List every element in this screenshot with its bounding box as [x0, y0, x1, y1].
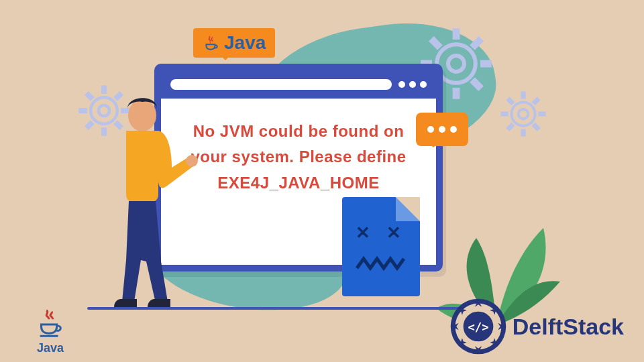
java-badge: Java	[193, 28, 275, 58]
svg-line-17	[472, 80, 481, 88]
svg-line-28	[508, 124, 513, 129]
delftstack-label: DelftStack	[513, 314, 624, 340]
person-illustration	[94, 94, 215, 308]
address-bar	[170, 79, 392, 90]
zigzag-mouth-icon	[356, 255, 407, 272]
svg-point-21	[519, 109, 528, 119]
java-logo: Java	[27, 308, 74, 355]
svg-point-20	[511, 102, 535, 125]
svg-line-27	[533, 124, 539, 129]
svg-line-29	[533, 99, 539, 104]
svg-line-8	[87, 122, 93, 128]
java-logo-label: Java	[27, 341, 74, 355]
svg-line-26	[508, 99, 513, 104]
java-badge-label: Java	[224, 32, 266, 54]
coffee-cup-icon	[35, 308, 66, 339]
window-controls-icon	[398, 81, 427, 88]
chat-bubble-icon	[416, 113, 468, 146]
svg-line-16	[431, 39, 440, 48]
dead-face-icon: ✕ ✕	[342, 223, 420, 243]
svg-text:</>: </>	[468, 320, 488, 334]
delftstack-medallion-icon: </>	[449, 298, 507, 355]
svg-line-19	[472, 39, 481, 48]
gear-icon	[496, 87, 550, 141]
coffee-cup-icon	[203, 34, 220, 52]
error-document-icon: ✕ ✕	[342, 197, 420, 296]
svg-line-6	[87, 93, 93, 99]
svg-point-30	[128, 99, 156, 131]
ground-line	[87, 307, 463, 310]
svg-point-31	[186, 155, 198, 167]
svg-point-11	[448, 56, 464, 72]
delftstack-logo: </> DelftStack	[449, 298, 624, 355]
